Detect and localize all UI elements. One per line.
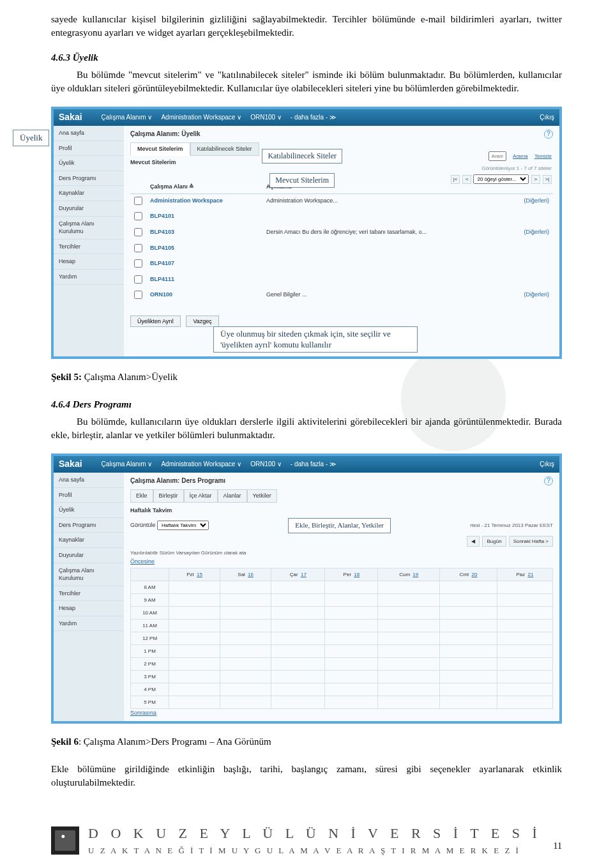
print-default-note[interactable]: Yazdırılabilir Sürüm Varsayılan Görünüm … xyxy=(130,549,553,556)
day-link[interactable]: 15 xyxy=(197,572,202,577)
time-label: 9 AM xyxy=(131,594,169,607)
time-label: 3 PM xyxy=(131,671,169,683)
logout-button[interactable]: Çıkış xyxy=(540,460,554,469)
sidebar-item-membership[interactable]: Üyelik xyxy=(54,503,124,518)
others-link[interactable] xyxy=(506,209,554,225)
tab-joinable-sites[interactable]: Katılabilinecek Siteler xyxy=(190,142,259,156)
sidebar-item-help[interactable]: Yardım xyxy=(54,270,124,285)
prev-week-button[interactable]: ◀ xyxy=(467,536,480,547)
site-desc xyxy=(262,209,506,225)
sidebar-item-help[interactable]: Yardım xyxy=(54,616,124,632)
row-checkbox[interactable] xyxy=(134,259,142,268)
toolbar-permissions[interactable]: Yetkiler xyxy=(247,489,277,503)
sidebar-item-schedule[interactable]: Ders Programı xyxy=(54,518,124,533)
sidebar-item-resources[interactable]: Kaynaklar xyxy=(54,186,124,201)
site-link[interactable]: BLP4101 xyxy=(146,209,262,225)
nav-workspace[interactable]: Çalışma Alanım ∨ xyxy=(102,113,153,122)
sidebar-item-profile[interactable]: Profil xyxy=(54,141,124,156)
later-link[interactable]: Sonrasına xyxy=(130,710,156,716)
sidebar-item-home[interactable]: Ana sayfa xyxy=(54,126,124,141)
row-checkbox[interactable] xyxy=(134,212,142,220)
search-link[interactable]: Arama xyxy=(513,153,528,159)
table-row: ORN100Genel Bilgiler ...(Diğerleri) xyxy=(130,288,553,304)
row-checkbox[interactable] xyxy=(134,275,142,284)
next-week-button[interactable]: Sonraki Hafta > xyxy=(509,536,553,547)
help-icon[interactable]: ? xyxy=(544,476,553,485)
pager-first[interactable]: |< xyxy=(451,175,460,184)
nav-orn100[interactable]: ORN100 ∨ xyxy=(250,113,282,122)
site-link[interactable]: BLP4111 xyxy=(146,273,262,289)
today-button[interactable]: Bugün xyxy=(482,536,506,547)
site-link[interactable]: BLP4107 xyxy=(146,257,262,273)
sidebar-item-membership[interactable]: Üyelik xyxy=(54,156,124,171)
sidebar-item-profile[interactable]: Profil xyxy=(54,488,124,503)
others-link[interactable]: (Diğerleri) xyxy=(506,288,554,304)
logout-button[interactable]: Çıkış xyxy=(540,113,554,122)
others-link[interactable] xyxy=(506,273,554,289)
cancel-button[interactable]: Vazgeç xyxy=(186,316,218,327)
row-checkbox[interactable] xyxy=(134,228,142,236)
sidebar-item-home[interactable]: Ana sayfa xyxy=(54,473,124,488)
pager-last[interactable]: >| xyxy=(543,175,552,184)
toolbar-merge[interactable]: Birleştir xyxy=(153,489,184,503)
day-header: Cum 19 xyxy=(378,568,440,581)
toolbar-import[interactable]: İçe Aktar xyxy=(184,489,218,503)
row-checkbox[interactable] xyxy=(134,197,142,205)
sidebar-item-preferences[interactable]: Tercihler xyxy=(54,586,124,602)
earlier-link[interactable]: Öncesine xyxy=(130,558,155,565)
view-label: Görüntüle xyxy=(130,522,156,528)
breadcrumb: Çalışma Alanım: Ders Programı xyxy=(130,476,225,485)
help-icon[interactable]: ? xyxy=(544,130,553,139)
sidebar-item-preferences[interactable]: Tercihler xyxy=(54,240,124,255)
others-link[interactable] xyxy=(506,257,554,273)
time-label: 2 PM xyxy=(131,658,169,671)
clear-link[interactable]: Temizle xyxy=(534,153,552,159)
site-link[interactable]: BLP4105 xyxy=(146,241,262,257)
day-link[interactable]: 17 xyxy=(301,572,306,577)
page-size-select[interactable]: 20 öğeyi göster... xyxy=(473,174,529,184)
nav-admin[interactable]: Administration Workspace ∨ xyxy=(161,460,241,469)
tab-current-sites[interactable]: Mevcut Sitelerim xyxy=(130,142,190,156)
time-label: 4 PM xyxy=(131,683,169,696)
search-input[interactable] xyxy=(488,151,506,161)
day-link[interactable]: 16 xyxy=(248,572,254,577)
pager-next[interactable]: > xyxy=(531,175,540,184)
nav-more[interactable]: - daha fazla - ≫ xyxy=(291,460,336,469)
nav-workspace[interactable]: Çalışma Alanım ∨ xyxy=(102,460,153,469)
row-checkbox[interactable] xyxy=(134,244,142,252)
section-4-6-4-title: 4.6.4 Ders Programı xyxy=(51,398,562,411)
day-link[interactable]: 21 xyxy=(528,572,534,577)
sidebar-item-announcements[interactable]: Duyurular xyxy=(54,548,124,563)
nav-admin[interactable]: Administration Workspace ∨ xyxy=(161,113,241,122)
day-link[interactable]: 18 xyxy=(354,572,359,577)
day-link[interactable]: 19 xyxy=(412,572,418,577)
view-select[interactable]: Haftalık Takvim xyxy=(157,521,209,530)
others-link[interactable] xyxy=(506,241,554,257)
toolbar-add[interactable]: Ekle xyxy=(130,489,153,503)
nav-orn100[interactable]: ORN100 ∨ xyxy=(250,460,282,469)
app-brand: Sakai xyxy=(59,458,82,471)
nav-more[interactable]: - daha fazla - ≫ xyxy=(291,113,336,122)
site-link[interactable]: Administration Workspace xyxy=(146,194,262,209)
screenshot-ders-programi: Sakai Çalışma Alanım ∨ Administration Wo… xyxy=(51,453,562,724)
others-link[interactable]: (Diğerleri) xyxy=(506,194,554,209)
pager-prev[interactable]: < xyxy=(462,175,471,184)
callout-uyelik: Üyelik xyxy=(13,130,49,146)
others-link[interactable]: (Diğerleri) xyxy=(506,225,554,241)
site-link[interactable]: BLP4103 xyxy=(146,225,262,241)
time-label: 1 PM xyxy=(131,645,169,658)
sidebar-item-worksite-setup[interactable]: Çalışma Alanı Kurulumu xyxy=(54,563,124,586)
sidebar-item-account[interactable]: Hesap xyxy=(54,601,124,616)
site-link[interactable]: ORN100 xyxy=(146,288,262,304)
site-desc: Genel Bilgiler ... xyxy=(262,288,506,304)
unjoin-button[interactable]: Üyelikten Ayrıl xyxy=(130,316,181,327)
toolbar-fields[interactable]: Alanlar xyxy=(218,489,247,503)
row-checkbox[interactable] xyxy=(134,291,142,299)
sidebar-item-resources[interactable]: Kaynaklar xyxy=(54,533,124,548)
sidebar-item-worksite-setup[interactable]: Çalışma Alanı Kurulumu xyxy=(54,217,124,240)
sidebar-item-account[interactable]: Hesap xyxy=(54,254,124,270)
sidebar-item-schedule[interactable]: Ders Programı xyxy=(54,171,124,187)
day-link[interactable]: 20 xyxy=(471,572,477,577)
sidebar-item-announcements[interactable]: Duyurular xyxy=(54,201,124,217)
th-site[interactable]: Çalışma Alanı ≙ xyxy=(146,180,262,194)
